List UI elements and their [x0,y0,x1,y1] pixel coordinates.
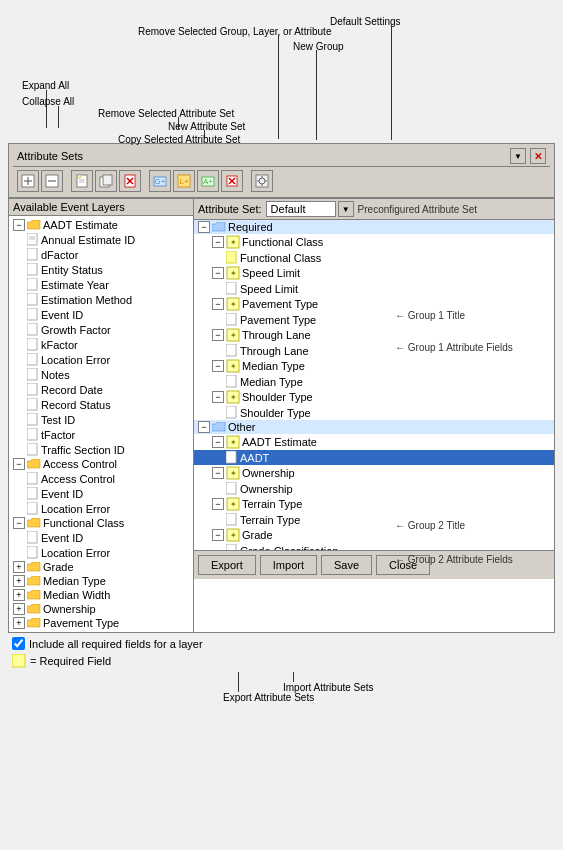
attr-set-dropdown-arrow[interactable]: ▼ [338,201,354,217]
attr-group-aadt-estimate[interactable]: − ✦ AADT Estimate [194,434,554,450]
list-item[interactable]: Access Control [9,471,193,486]
group-title-other[interactable]: − Other [194,420,554,434]
list-item[interactable]: Estimation Method [9,292,193,307]
item-label: Grade Classification [240,545,338,551]
expand-icon[interactable]: − [212,529,224,541]
expand-icon[interactable]: − [13,219,25,231]
include-required-checkbox[interactable] [12,637,25,650]
expand-icon[interactable]: − [212,329,224,341]
expand-icon[interactable]: − [212,467,224,479]
list-item[interactable]: AADT [194,450,554,465]
expand-icon[interactable]: − [212,436,224,448]
list-item[interactable]: Event ID [9,307,193,322]
save-button[interactable]: Save [321,555,372,575]
attr-set-icon: ✦ [226,497,240,511]
list-item[interactable]: Functional Class [194,250,554,265]
list-item[interactable]: + Pavement Type [9,616,193,630]
add-attribute-button[interactable]: A+ [197,170,219,192]
expand-icon[interactable]: − [212,360,224,372]
attribute-sets-close[interactable]: ✕ [530,148,546,164]
list-item[interactable]: Estimate Year [9,277,193,292]
attr-group-shoulder-type[interactable]: − ✦ Shoulder Type [194,389,554,405]
right-panel-content[interactable]: − Required − ✦ Functional Class [194,220,554,550]
expand-icon[interactable]: − [212,298,224,310]
copy-attr-set-button[interactable] [95,170,117,192]
expand-icon[interactable]: − [13,458,25,470]
attr-group-median-type[interactable]: − ✦ Median Type [194,358,554,374]
attr-group-speed-limit[interactable]: − ✦ Speed Limit [194,265,554,281]
expand-icon[interactable]: − [198,421,210,433]
expand-icon[interactable]: − [198,221,210,233]
list-item[interactable]: + Median Width [9,588,193,602]
expand-icon[interactable]: + [13,603,25,615]
expand-icon[interactable]: − [212,498,224,510]
list-item[interactable]: Growth Factor [9,322,193,337]
list-item[interactable]: + Ownership [9,602,193,616]
list-item[interactable]: Test ID [9,412,193,427]
attr-group-terrain-type[interactable]: − ✦ Terrain Type [194,496,554,512]
list-item[interactable]: − Access Control [9,457,193,471]
export-line [238,672,239,692]
export-button[interactable]: Export [198,555,256,575]
list-item[interactable]: Event ID [9,530,193,545]
list-item[interactable]: Annual Estimate ID [9,232,193,247]
attr-group-ownership[interactable]: − ✦ Ownership [194,465,554,481]
expand-all-button[interactable] [17,170,39,192]
svg-text:✦: ✦ [230,238,237,247]
attr-group-grade[interactable]: − ✦ Grade [194,527,554,543]
attr-group-through-lane[interactable]: − ✦ Through Lane [194,327,554,343]
close-button[interactable]: Close [376,555,430,575]
list-item[interactable]: Speed Limit [194,281,554,296]
list-item[interactable]: tFactor [9,427,193,442]
expand-icon[interactable]: + [13,575,25,587]
attribute-sets-dropdown[interactable]: ▼ [510,148,526,164]
new-layer-button[interactable]: L+ [173,170,195,192]
list-item[interactable]: Grade Classification [194,543,554,550]
group-title-required[interactable]: − Required [194,220,554,234]
default-settings-button[interactable] [251,170,273,192]
list-item[interactable]: kFactor [9,337,193,352]
list-item[interactable]: − Functional Class [9,516,193,530]
list-item[interactable]: + Median Type [9,574,193,588]
expand-icon[interactable]: − [212,236,224,248]
attr-group-pavement-type[interactable]: − ✦ Pavement Type [194,296,554,312]
list-item[interactable]: Entity Status [9,262,193,277]
list-item[interactable]: + Grade [9,560,193,574]
expand-icon[interactable]: + [13,617,25,629]
left-panel-content[interactable]: − AADT Estimate Annual Estimate ID [9,216,193,632]
list-item[interactable]: Ownership [194,481,554,496]
list-item[interactable]: Traffic Section ID [9,442,193,457]
list-item[interactable]: Location Error [9,545,193,560]
new-attr-set-button[interactable] [71,170,93,192]
remove-item-button[interactable] [221,170,243,192]
attr-group-functional-class[interactable]: − ✦ Functional Class [194,234,554,250]
expand-icon[interactable]: − [13,517,25,529]
expand-icon[interactable]: − [212,267,224,279]
import-button[interactable]: Import [260,555,317,575]
expand-icon[interactable]: − [212,391,224,403]
list-item[interactable]: Event ID [9,486,193,501]
svg-rect-71 [226,451,236,463]
list-item[interactable]: Through Lane [194,343,554,358]
list-item[interactable]: Notes [9,367,193,382]
doc-icon [27,263,39,276]
new-group-button[interactable]: G+ [149,170,171,192]
list-item[interactable]: Location Error [9,352,193,367]
list-item[interactable]: − AADT Estimate [9,218,193,232]
list-item[interactable]: Pavement Type [194,312,554,327]
left-panel: Available Event Layers − AADT Estimate [9,199,194,632]
list-item[interactable]: Median Type [194,374,554,389]
svg-rect-42 [27,398,37,410]
list-item[interactable]: Terrain Type [194,512,554,527]
collapse-all-button[interactable] [41,170,63,192]
expand-icon[interactable]: + [13,589,25,601]
list-item[interactable]: dFactor [9,247,193,262]
list-item[interactable]: Shoulder Type [194,405,554,420]
list-item[interactable]: Location Error [9,501,193,516]
list-item[interactable]: Record Date [9,382,193,397]
expand-icon[interactable]: + [13,561,25,573]
remove-attr-set-button[interactable] [119,170,141,192]
attr-set-value[interactable]: Default [266,201,336,217]
item-label: Location Error [41,503,110,515]
list-item[interactable]: Record Status [9,397,193,412]
